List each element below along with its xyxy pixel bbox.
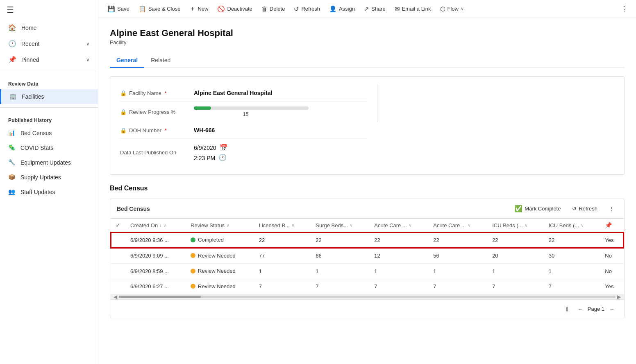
mark-complete-button[interactable]: ✅ Mark Complete bbox=[511, 203, 564, 214]
acute-care-1-column-header[interactable]: Acute Care ... ∨ bbox=[369, 219, 428, 232]
acute-care-2-filter-icon[interactable]: ∨ bbox=[468, 223, 471, 228]
form-column-divider bbox=[377, 85, 377, 122]
horizontal-scrollbar[interactable]: ◀ ▶ bbox=[110, 294, 624, 299]
row1-acute-care-1: 22 bbox=[369, 232, 428, 248]
save-button[interactable]: 💾 Save bbox=[103, 3, 134, 15]
prev-page-button[interactable]: ← bbox=[575, 303, 586, 314]
deactivate-label: Deactivate bbox=[227, 6, 252, 12]
row1-check bbox=[111, 232, 125, 248]
delete-button[interactable]: 🗑 Delete bbox=[257, 3, 289, 15]
data-published-values: 6/9/2020 📅 2:23 PM 🕐 bbox=[194, 144, 228, 161]
doh-number-value[interactable]: WH-666 bbox=[194, 127, 215, 133]
table-row[interactable]: 6/9/2020 9:09 ... Review Needed 77 66 1 bbox=[111, 248, 624, 264]
icu-beds-1-label: ICU Beds (... bbox=[492, 222, 522, 228]
bed-census-refresh-button[interactable]: ↺ Refresh bbox=[569, 204, 601, 213]
created-on-column-header[interactable]: Created On ↓ ∨ bbox=[125, 219, 186, 232]
tab-general[interactable]: General bbox=[110, 54, 144, 68]
bed-census-table: ✓ Created On ↓ ∨ bbox=[110, 219, 624, 294]
scroll-left-arrow[interactable]: ◀ bbox=[114, 294, 117, 300]
hamburger-icon[interactable]: ☰ bbox=[0, 0, 98, 20]
save-icon: 💾 bbox=[107, 5, 115, 13]
row4-last-col: Yes bbox=[600, 279, 624, 294]
row2-status-label: Review Needed bbox=[198, 253, 236, 259]
created-on-filter-icon[interactable]: ∨ bbox=[163, 223, 166, 228]
licensed-beds-column-header[interactable]: Licensed B... ∨ bbox=[254, 219, 311, 232]
table-row[interactable]: 6/9/2020 6:27 ... Review Needed 7 7 7 bbox=[111, 279, 624, 294]
sidebar-item-home[interactable]: 🏠 Home bbox=[0, 20, 98, 36]
form-right-col: 🔒 DOH Number * WH-666 Data Last Publishe… bbox=[120, 122, 367, 166]
sidebar-divider-2 bbox=[0, 107, 98, 108]
sidebar-item-pinned[interactable]: 📌 Pinned ∨ bbox=[0, 52, 98, 68]
sidebar-item-supply-updates[interactable]: 📦 Supply Updates bbox=[0, 170, 98, 185]
row3-surge-beds: 1 bbox=[311, 264, 369, 279]
sidebar-item-staff-updates[interactable]: 👥 Staff Updates bbox=[0, 185, 98, 199]
icu-beds-1-column-header[interactable]: ICU Beds (... ∨ bbox=[487, 219, 544, 232]
acute-care-2-column-header[interactable]: Acute Care ... ∨ bbox=[428, 219, 487, 232]
form-left-col: 🔒 Facility Name * Alpine East General Ho… bbox=[120, 85, 367, 122]
sidebar-item-recent[interactable]: 🕐 Recent ∨ bbox=[0, 36, 98, 52]
sidebar-item-recent-label: Recent bbox=[21, 41, 39, 47]
first-page-button[interactable]: ⟪ bbox=[561, 303, 573, 314]
next-page-button[interactable]: → bbox=[606, 303, 618, 314]
scrollbar-track[interactable] bbox=[119, 296, 616, 298]
deactivate-button[interactable]: 🚫 Deactivate bbox=[213, 3, 256, 15]
scrollbar-thumb[interactable] bbox=[119, 296, 201, 298]
flow-arrow-icon: ∨ bbox=[461, 6, 464, 11]
icu-beds-1-filter-icon[interactable]: ∨ bbox=[525, 223, 528, 228]
row1-created-on: 6/9/2020 9:36 ... bbox=[125, 232, 186, 248]
row1-last-col: Yes bbox=[600, 232, 624, 248]
email-link-button[interactable]: ✉ Email a Link bbox=[391, 3, 435, 15]
flow-button[interactable]: ⬡ Flow ∨ bbox=[436, 3, 468, 15]
review-status-column-header[interactable]: Review Status ∨ bbox=[186, 219, 254, 232]
new-button[interactable]: ＋ New bbox=[185, 2, 212, 15]
refresh-button[interactable]: ↺ Refresh bbox=[290, 3, 324, 15]
assign-label: Assign bbox=[339, 6, 355, 12]
facility-lock-icon: 🔒 bbox=[120, 90, 127, 96]
scroll-right-arrow[interactable]: ▶ bbox=[617, 294, 621, 300]
acute-care-1-filter-icon[interactable]: ∨ bbox=[409, 223, 412, 228]
deactivate-icon: 🚫 bbox=[217, 5, 225, 13]
facility-name-value[interactable]: Alpine East General Hospital bbox=[194, 90, 272, 96]
mark-complete-label: Mark Complete bbox=[525, 206, 561, 212]
icu-beds-2-column-header[interactable]: ICU Beds (... ∨ bbox=[544, 219, 600, 232]
row4-icu-beds-2: 7 bbox=[544, 279, 600, 294]
progress-bar-fill bbox=[194, 106, 211, 110]
page-subtitle: Facility bbox=[110, 39, 625, 45]
surge-beds-column-header[interactable]: Surge Beds... ∨ bbox=[311, 219, 369, 232]
sidebar-item-covid-stats[interactable]: 🦠 COVID Stats bbox=[0, 140, 98, 155]
table-row[interactable]: 6/9/2020 9:36 ... Completed 22 22 22 bbox=[111, 232, 624, 248]
bed-census-more-button[interactable]: ⋮ bbox=[606, 204, 618, 213]
clock-icon[interactable]: 🕐 bbox=[218, 154, 227, 161]
licensed-beds-filter-icon[interactable]: ∨ bbox=[291, 223, 295, 228]
check-all-icon[interactable]: ✓ bbox=[116, 222, 120, 228]
date-with-calendar: 6/9/2020 📅 bbox=[194, 144, 228, 151]
share-button[interactable]: ↗ Share bbox=[360, 3, 390, 15]
sidebar-item-equipment-updates[interactable]: 🔧 Equipment Updates bbox=[0, 155, 98, 170]
row2-licensed-beds: 77 bbox=[254, 248, 311, 264]
sidebar-item-bed-census[interactable]: 📊 Bed Census bbox=[0, 126, 98, 140]
row4-acute-care-2: 7 bbox=[428, 279, 487, 294]
assign-icon: 👤 bbox=[329, 5, 337, 13]
save-close-button[interactable]: 📋 Save & Close bbox=[134, 3, 185, 15]
sidebar-item-facilities[interactable]: 🏢 Facilities bbox=[0, 89, 98, 104]
review-progress-row: 🔒 Review Progress % 15 bbox=[120, 102, 367, 122]
tab-related[interactable]: Related bbox=[144, 54, 177, 68]
progress-bar-background bbox=[194, 106, 309, 110]
row3-acute-care-2: 1 bbox=[428, 264, 487, 279]
sidebar-item-home-label: Home bbox=[21, 25, 36, 31]
review-status-filter-icon[interactable]: ∨ bbox=[226, 223, 229, 228]
surge-beds-label: Surge Beds... bbox=[316, 222, 348, 228]
assign-button[interactable]: 👤 Assign bbox=[325, 3, 359, 15]
calendar-icon[interactable]: 📅 bbox=[220, 144, 228, 151]
facilities-icon: 🏢 bbox=[9, 93, 17, 100]
form-grid: 🔒 Facility Name * Alpine East General Ho… bbox=[120, 85, 614, 166]
row2-status: Review Needed bbox=[186, 248, 254, 264]
table-row[interactable]: 6/9/2020 8:59 ... Review Needed 1 1 1 bbox=[111, 264, 624, 279]
surge-beds-filter-icon[interactable]: ∨ bbox=[350, 223, 353, 228]
row2-acute-care-1: 12 bbox=[369, 248, 428, 264]
icu-beds-2-filter-icon[interactable]: ∨ bbox=[581, 223, 584, 228]
supply-updates-icon: 📦 bbox=[8, 174, 16, 181]
row3-status: Review Needed bbox=[186, 264, 254, 279]
more-options-button[interactable]: ⋮ bbox=[617, 2, 631, 16]
time-with-icon: 2:23 PM 🕐 bbox=[194, 153, 228, 161]
